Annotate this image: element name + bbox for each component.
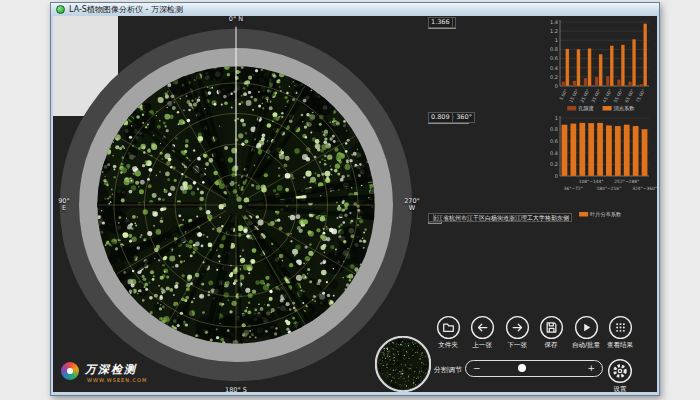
svg-text:0.6: 0.6: [550, 55, 558, 61]
svg-text:36°~72°: 36°~72°: [564, 186, 583, 191]
svg-text:55.00°: 55.00°: [613, 88, 624, 103]
svg-text:45.00°: 45.00°: [602, 88, 613, 103]
svg-text:25.00°: 25.00°: [579, 88, 590, 103]
segmentation-slider[interactable]: − +: [465, 360, 603, 377]
toolbar-button-label: 文件夹: [431, 341, 465, 350]
svg-text:0.2: 0.2: [550, 161, 558, 167]
toolbar-button-label: 上一张: [465, 341, 499, 350]
title-bar[interactable]: LA-S植物图像分析仪 - 万深检测: [51, 3, 659, 16]
view-results-icon: [608, 315, 633, 340]
compass-west-label: 270°W: [399, 198, 425, 212]
save-icon: [539, 315, 564, 340]
svg-text:0: 0: [555, 173, 558, 179]
app-icon: [56, 5, 65, 14]
svg-text:180°~216°: 180°~216°: [597, 186, 622, 191]
svg-text:1: 1: [555, 37, 558, 43]
svg-text:252°~288°: 252°~288°: [614, 179, 639, 184]
svg-text:1: 1: [555, 115, 558, 121]
svg-text:75.00°: 75.00°: [635, 88, 646, 103]
brand-name: 万深检测: [85, 362, 137, 377]
table-cell: 浙江省杭州市江干区白杨街道浙江理工大学格勤东侧: [428, 213, 572, 222]
toolbar-button-label: 自动/批量: [569, 341, 603, 350]
gear-icon: [607, 358, 633, 384]
svg-text:65.00°: 65.00°: [624, 88, 635, 103]
prev-icon: [470, 315, 495, 340]
next-icon: [505, 315, 530, 340]
toolbar-button-label: 查看结果: [603, 341, 637, 350]
svg-text:324°~360°: 324°~360°: [632, 186, 657, 191]
porosity-extinction-chart: 00.20.40.60.811.21.45.00°15.00°25.00°35.…: [547, 16, 651, 116]
svg-text:5.00°: 5.00°: [558, 88, 568, 101]
save-button[interactable]: 保存: [534, 315, 568, 350]
svg-text:1.4: 1.4: [550, 19, 558, 25]
folder-icon: [436, 315, 461, 340]
slider-minus-button[interactable]: −: [473, 363, 481, 373]
svg-text:0.8: 0.8: [550, 126, 558, 132]
previous-image-button[interactable]: 上一张: [465, 315, 499, 350]
slider-plus-button[interactable]: +: [587, 363, 595, 373]
settings-button[interactable]: 设置: [607, 358, 633, 392]
table-cell: 0.809: [428, 112, 453, 123]
client-area: 0° N 180° S 270°W 90°E 天顶角孔隙度消光系数5.00°0.…: [53, 16, 657, 392]
svg-text:叶片分布系数: 叶片分布系数: [590, 211, 622, 218]
svg-text:108°~144°: 108°~144°: [579, 179, 604, 184]
slider-thumb[interactable]: [518, 364, 526, 372]
preview-thumbnail[interactable]: [375, 336, 431, 392]
settings-label: 设置: [607, 385, 633, 392]
compass-south-label: 180° S: [213, 387, 259, 392]
folder-button[interactable]: 文件夹: [431, 315, 465, 350]
toolbar-button-label: 保存: [534, 341, 568, 350]
svg-text:0.6: 0.6: [550, 138, 558, 144]
table-cell: 1.366: [428, 17, 453, 28]
table-cell: [428, 213, 434, 222]
compass-north-label: 0° N: [213, 16, 259, 23]
svg-text:0.2: 0.2: [550, 74, 558, 80]
compass-east-label: 90°E: [55, 198, 73, 212]
svg-text:0: 0: [555, 83, 558, 89]
svg-text:1.2: 1.2: [550, 28, 558, 34]
toolbar-button-label: 下一张: [500, 341, 534, 350]
svg-text:15.00°: 15.00°: [568, 88, 579, 103]
auto-batch-icon: [574, 315, 599, 340]
view-results-button[interactable]: 查看结果: [603, 315, 637, 350]
auto-batch-button[interactable]: 自动/批量: [569, 315, 603, 350]
svg-text:0.8: 0.8: [550, 46, 558, 52]
wseen-logo-icon: [61, 362, 79, 380]
desktop: LA-S植物图像分析仪 - 万深检测 0° N 180° S 270°W 90°…: [0, 0, 700, 400]
leaf-distribution-chart: 00.20.40.60.8136°~72°108°~144°180°~216°2…: [547, 112, 651, 224]
svg-text:0.4: 0.4: [550, 150, 558, 156]
window-title: LA-S植物图像分析仪 - 万深检测: [69, 4, 183, 15]
brand-site: WWW.WSEEN.COM: [87, 377, 147, 383]
brand-logo: 万深检测 WWW.WSEEN.COM: [61, 360, 191, 390]
next-image-button[interactable]: 下一张: [500, 315, 534, 350]
resolution-slider-label: 分割调节: [434, 365, 462, 375]
fisheye-image[interactable]: [53, 22, 419, 388]
svg-text:35.00°: 35.00°: [590, 88, 601, 103]
svg-text:0.4: 0.4: [550, 65, 558, 71]
app-window: LA-S植物图像分析仪 - 万深检测 0° N 180° S 270°W 90°…: [50, 2, 660, 396]
